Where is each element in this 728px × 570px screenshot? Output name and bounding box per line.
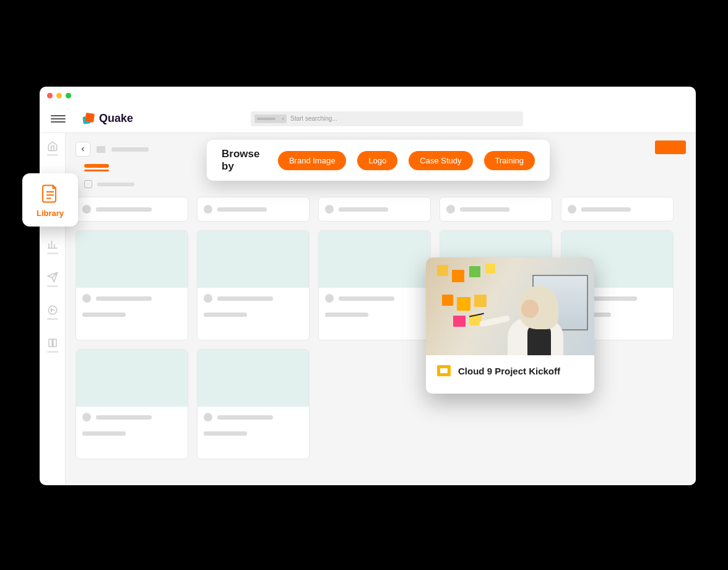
sidebar-item-home[interactable]: [47, 140, 58, 156]
app-body: [40, 133, 696, 485]
browse-by-title: Browse by: [222, 148, 267, 173]
arrow-left-icon: [79, 145, 87, 153]
book-icon: [47, 337, 58, 348]
sidebar-item-chat[interactable]: [47, 304, 58, 320]
asset-thumbnail: [319, 231, 430, 288]
library-badge-label: Library: [37, 209, 64, 218]
asset-card[interactable]: [197, 230, 310, 340]
folder-grid: [76, 197, 686, 222]
folder-card[interactable]: [76, 197, 188, 222]
bar-chart-icon: [47, 239, 58, 250]
asset-thumbnail: [197, 231, 309, 288]
logo-mark-icon: [83, 113, 95, 125]
menu-toggle-button[interactable]: [51, 115, 66, 123]
folder-card[interactable]: [197, 197, 310, 222]
window-controls: [40, 87, 696, 105]
minimize-window-icon[interactable]: [56, 93, 62, 98]
sidebar-item-book[interactable]: [47, 337, 58, 353]
breadcrumb-placeholder: [111, 147, 149, 152]
search-input[interactable]: × Start searching...: [251, 111, 523, 126]
browse-chip-logo[interactable]: Logo: [357, 151, 397, 170]
back-button[interactable]: [76, 142, 90, 157]
asset-preview-card[interactable]: Cloud 9 Project Kickoff: [426, 257, 594, 394]
app-header: Quake × Start searching...: [40, 105, 696, 133]
library-badge[interactable]: Library: [22, 173, 78, 227]
asset-preview-image: [426, 257, 594, 355]
home-icon: [47, 140, 58, 152]
primary-action-button[interactable]: [655, 140, 686, 154]
browse-chip-brand-image[interactable]: Brand Image: [278, 151, 346, 170]
chip-remove-icon[interactable]: ×: [282, 116, 285, 122]
paper-plane-icon: [47, 272, 58, 283]
content-area: [66, 133, 696, 485]
tab-active[interactable]: [84, 164, 109, 168]
browse-by-panel: Browse by Brand Image Logo Case Study Tr…: [207, 140, 550, 181]
asset-grid: [76, 230, 686, 459]
app-name: Quake: [99, 112, 133, 125]
sidebar-item-analytics[interactable]: [47, 239, 58, 254]
filter-row: [84, 180, 686, 188]
maximize-window-icon[interactable]: [66, 93, 71, 98]
asset-thumbnail: [76, 350, 188, 407]
filter-placeholder: [97, 183, 134, 186]
folder-card[interactable]: [561, 197, 674, 222]
google-slides-icon: [437, 365, 451, 376]
document-icon: [39, 183, 61, 205]
asset-card[interactable]: [197, 349, 310, 459]
select-all-checkbox[interactable]: [84, 180, 92, 188]
asset-card[interactable]: [76, 349, 188, 459]
asset-card[interactable]: [76, 230, 188, 340]
chat-icon: [47, 304, 58, 316]
tab-underline: [84, 170, 109, 171]
search-placeholder: Start searching...: [290, 115, 337, 122]
browse-chip-training[interactable]: Training: [484, 151, 535, 170]
asset-preview-title: Cloud 9 Project Kickoff: [458, 366, 560, 376]
close-window-icon[interactable]: [47, 93, 53, 98]
asset-thumbnail: [76, 231, 188, 288]
folder-card[interactable]: [440, 197, 552, 222]
browse-chip-case-study[interactable]: Case Study: [409, 151, 472, 170]
search-filter-chip[interactable]: ×: [254, 114, 287, 123]
asset-thumbnail: [197, 350, 309, 407]
asset-card[interactable]: [318, 230, 431, 340]
app-logo[interactable]: Quake: [83, 112, 133, 125]
folder-card[interactable]: [318, 197, 431, 222]
asset-preview-body: Cloud 9 Project Kickoff: [426, 355, 594, 394]
folder-icon: [97, 146, 105, 153]
sidebar-item-send[interactable]: [47, 272, 58, 287]
